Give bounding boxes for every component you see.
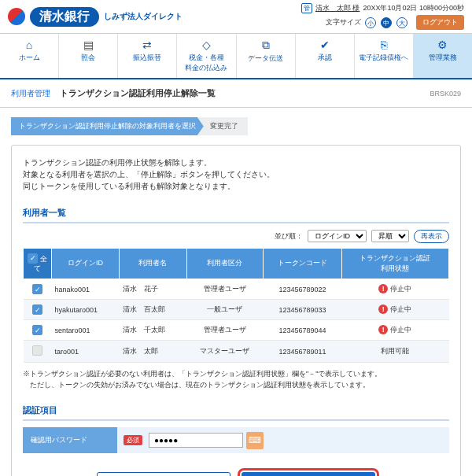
password-input[interactable] (149, 433, 243, 448)
table-row: ✓hanako001清水 花子管理者ユーザ123456789022!停止中 (24, 279, 449, 300)
tax-icon: ◇ (179, 39, 234, 51)
cell-status: !停止中 (341, 279, 448, 300)
col-token: トークンコード (264, 248, 341, 279)
sort-controls: 並び順： ログインID 昇順 再表示 (23, 230, 449, 243)
cell-login: sentaro001 (52, 320, 120, 341)
font-size-label: 文字サイズ (326, 17, 361, 28)
nav-transfer[interactable]: ⇄振込振替 (118, 34, 177, 78)
cell-name: 清水 花子 (120, 279, 186, 300)
main-panel: トランザクション認証の利用停止状態を解除します。 対象となる利用者を選択の上、「… (11, 145, 461, 476)
nav-inquiry[interactable]: ▤照会 (59, 34, 118, 78)
data-icon: ⧉ (238, 39, 293, 52)
user-name[interactable]: 清水 太郎 様 (315, 3, 360, 13)
nav-edoc[interactable]: ⎘電子記録債権へ (355, 34, 414, 78)
table-row: ✓hyakutaro001清水 百太郎一般ユーザ123456789033!停止中 (24, 300, 449, 320)
cell-login: hyakutaro001 (52, 300, 120, 320)
warning-icon: ! (378, 304, 388, 314)
col-name: 利用者名 (120, 248, 186, 279)
cell-token: 123456789011 (264, 341, 341, 363)
users-table: ✓ 全て ログインID 利用者名 利用者区分 トークンコード トランザクション認… (23, 248, 449, 363)
transfer-icon: ⇄ (120, 39, 175, 51)
check-icon: ✔ (297, 39, 352, 51)
intro-text: トランザクション認証の利用停止状態を解除します。 対象となる利用者を選択の上、「… (23, 157, 449, 193)
admin-icon: ⚙ (415, 39, 470, 51)
main-nav: ⌂ホーム ▤照会 ⇄振込振替 ◇税金・各種 料金の払込み ⧉データ伝送 ✔承認 … (0, 33, 472, 79)
step-indicator: トランザクション認証利用停止解除の対象利用者を選択 変更完了 (11, 117, 461, 135)
nav-approve[interactable]: ✔承認 (296, 34, 355, 78)
software-keyboard-button[interactable]: ⌨ (246, 432, 264, 449)
mgmt-badge: 管 (301, 3, 312, 13)
row-checkbox[interactable]: ✓ (32, 284, 42, 294)
auth-row: 確認用パスワード 必須 ⌨ (23, 427, 449, 453)
cell-status: !停止中 (341, 300, 448, 320)
required-badge: 必須 (124, 435, 142, 445)
step-1: トランザクション認証利用停止解除の対象利用者を選択 (11, 117, 204, 135)
password-label: 確認用パスワード (23, 427, 117, 453)
back-button[interactable]: 〈利用者管理メニューへ (97, 472, 230, 476)
login-datetime: 20XX年10月02日 10時00分00秒 (363, 3, 464, 13)
cell-name: 清水 太郎 (120, 341, 186, 363)
sort-order-select[interactable]: 昇順 (371, 230, 409, 242)
submit-button[interactable]: 停止解除〉 (242, 472, 375, 476)
cell-token: 123456789033 (264, 300, 341, 320)
row-checkbox[interactable]: ✓ (32, 325, 42, 335)
page-title: トランザクション認証利用停止解除一覧 (60, 87, 216, 99)
font-size-small[interactable]: 小 (365, 17, 376, 28)
step-2: 変更完了 (197, 117, 248, 135)
table-row: ✓sentaro001清水 千太郎管理者ユーザ123456789044!停止中 (24, 320, 449, 341)
table-note: ※トランザクション認証が必要のない利用者は、「トランザクション認証利用状態」欄を… (23, 369, 449, 390)
bank-name: 清水銀行 (30, 7, 99, 27)
warning-icon: ! (378, 325, 388, 334)
cell-name: 清水 千太郎 (120, 320, 186, 341)
screen-code: BRSK029 (430, 90, 461, 98)
edoc-icon: ⎘ (356, 39, 411, 51)
row-checkbox (32, 345, 42, 356)
section-users-title: 利用者一覧 (23, 207, 449, 223)
cell-role: マスターユーザ (186, 341, 264, 363)
button-row: 〈利用者管理メニューへ 停止解除〉 (23, 472, 449, 476)
cell-role: 管理者ユーザ (186, 279, 264, 300)
cell-role: 一般ユーザ (186, 300, 264, 320)
sort-label: 並び順： (275, 231, 303, 242)
font-size-large[interactable]: 大 (396, 17, 407, 28)
cell-login: taro001 (52, 341, 120, 363)
user-area: 管 清水 太郎 様 20XX年10月02日 10時00分00秒 文字サイズ 小 … (301, 3, 464, 30)
col-login: ログインID (52, 248, 120, 279)
cell-name: 清水 百太郎 (120, 300, 186, 320)
cell-role: 管理者ユーザ (186, 320, 264, 341)
nav-tax[interactable]: ◇税金・各種 料金の払込み (177, 34, 236, 78)
col-status: トランザクション認証 利用状態 (341, 248, 448, 279)
section-auth-title: 認証項目 (23, 404, 449, 421)
cell-status: !停止中 (341, 320, 448, 341)
warning-icon: ! (378, 284, 388, 293)
col-role: 利用者区分 (186, 248, 264, 279)
bank-subtitle: しみず法人ダイレクト (104, 11, 183, 22)
breadcrumb: 利用者管理 トランザクション認証利用停止解除一覧 BRSK029 (0, 79, 472, 108)
logout-button[interactable]: ログアウト (416, 15, 464, 30)
nav-data[interactable]: ⧉データ伝送 (237, 34, 296, 78)
home-icon: ⌂ (2, 39, 57, 51)
doc-icon: ▤ (61, 39, 116, 51)
refresh-button[interactable]: 再表示 (414, 230, 449, 243)
nav-home[interactable]: ⌂ホーム (0, 34, 59, 78)
bank-logo-icon (8, 8, 25, 25)
col-select-all[interactable]: ✓ 全て (24, 248, 52, 279)
cell-login: hanako001 (52, 279, 120, 300)
sort-field-select[interactable]: ログインID (308, 230, 367, 242)
nav-admin[interactable]: ⚙管理業務 (414, 34, 472, 78)
table-row: taro001清水 太郎マスターユーザ123456789011利用可能 (24, 341, 449, 363)
font-size-medium[interactable]: 中 (381, 17, 392, 28)
cell-status: 利用可能 (341, 341, 448, 363)
header: 清水銀行 しみず法人ダイレクト 管 清水 太郎 様 20XX年10月02日 10… (0, 0, 472, 33)
checkbox-icon: ✓ (28, 253, 38, 264)
cell-token: 123456789022 (264, 279, 341, 300)
row-checkbox[interactable]: ✓ (32, 304, 42, 315)
cell-token: 123456789044 (264, 320, 341, 341)
crumb-category: 利用者管理 (11, 88, 50, 99)
